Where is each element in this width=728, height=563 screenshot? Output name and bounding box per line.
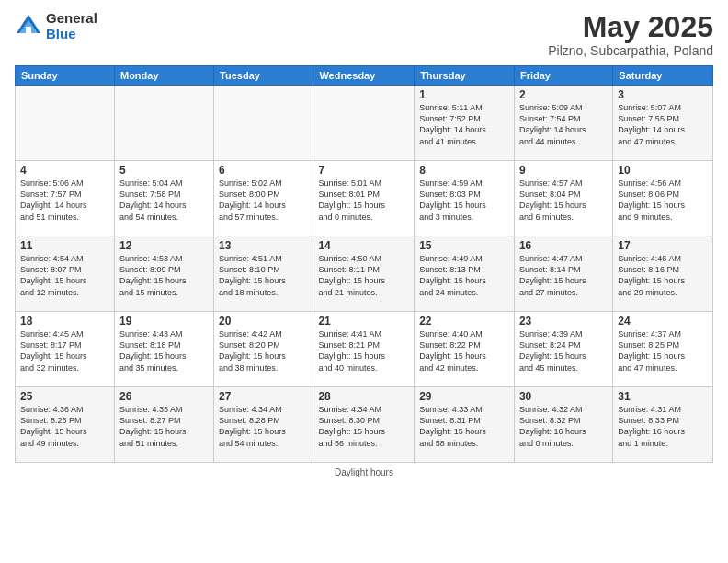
day-cell: 20Sunrise: 4:42 AM Sunset: 8:20 PM Dayli…	[214, 312, 313, 387]
day-number: 8	[419, 164, 509, 177]
day-info: Sunrise: 5:07 AM Sunset: 7:55 PM Dayligh…	[618, 102, 708, 147]
day-number: 1	[419, 88, 509, 101]
day-cell: 15Sunrise: 4:49 AM Sunset: 8:13 PM Dayli…	[415, 236, 515, 312]
day-number: 3	[618, 88, 708, 101]
day-cell	[16, 86, 115, 161]
col-tuesday: Tuesday	[214, 66, 313, 86]
day-cell: 1Sunrise: 5:11 AM Sunset: 7:52 PM Daylig…	[415, 86, 515, 161]
day-info: Sunrise: 4:54 AM Sunset: 8:07 PM Dayligh…	[20, 253, 109, 298]
day-number: 31	[618, 390, 708, 403]
calendar-header-row: Sunday Monday Tuesday Wednesday Thursday…	[16, 66, 713, 86]
day-number: 10	[618, 164, 708, 177]
day-number: 7	[318, 164, 409, 177]
day-cell: 23Sunrise: 4:39 AM Sunset: 8:24 PM Dayli…	[514, 312, 612, 387]
day-info: Sunrise: 4:56 AM Sunset: 8:06 PM Dayligh…	[618, 178, 708, 223]
day-info: Sunrise: 4:33 AM Sunset: 8:31 PM Dayligh…	[419, 404, 509, 449]
day-number: 12	[119, 239, 209, 252]
day-cell: 31Sunrise: 4:31 AM Sunset: 8:33 PM Dayli…	[613, 387, 713, 463]
day-number: 24	[618, 315, 708, 327]
day-cell: 25Sunrise: 4:36 AM Sunset: 8:26 PM Dayli…	[16, 387, 115, 463]
day-info: Sunrise: 4:40 AM Sunset: 8:22 PM Dayligh…	[419, 328, 509, 373]
day-cell: 27Sunrise: 4:34 AM Sunset: 8:28 PM Dayli…	[214, 387, 313, 463]
day-info: Sunrise: 4:42 AM Sunset: 8:20 PM Dayligh…	[219, 328, 308, 373]
day-number: 2	[519, 88, 608, 101]
day-cell: 24Sunrise: 4:37 AM Sunset: 8:25 PM Dayli…	[613, 312, 713, 387]
day-number: 25	[20, 390, 109, 403]
day-info: Sunrise: 5:11 AM Sunset: 7:52 PM Dayligh…	[419, 102, 509, 147]
day-cell: 30Sunrise: 4:32 AM Sunset: 8:32 PM Dayli…	[514, 387, 612, 463]
logo-blue-text: Blue	[46, 27, 97, 42]
title-month: May 2025	[548, 11, 713, 43]
day-cell: 6Sunrise: 5:02 AM Sunset: 8:00 PM Daylig…	[214, 161, 313, 236]
day-info: Sunrise: 4:32 AM Sunset: 8:32 PM Dayligh…	[519, 404, 608, 449]
day-cell: 9Sunrise: 4:57 AM Sunset: 8:04 PM Daylig…	[514, 161, 612, 236]
week-row-5: 25Sunrise: 4:36 AM Sunset: 8:26 PM Dayli…	[16, 387, 713, 463]
day-info: Sunrise: 5:04 AM Sunset: 7:58 PM Dayligh…	[119, 178, 209, 223]
day-info: Sunrise: 5:01 AM Sunset: 8:01 PM Dayligh…	[318, 178, 409, 223]
day-cell: 5Sunrise: 5:04 AM Sunset: 7:58 PM Daylig…	[114, 161, 213, 236]
day-cell: 10Sunrise: 4:56 AM Sunset: 8:06 PM Dayli…	[613, 161, 713, 236]
day-cell: 19Sunrise: 4:43 AM Sunset: 8:18 PM Dayli…	[114, 312, 213, 387]
day-info: Sunrise: 4:53 AM Sunset: 8:09 PM Dayligh…	[119, 253, 209, 298]
day-cell	[114, 86, 213, 161]
week-row-3: 11Sunrise: 4:54 AM Sunset: 8:07 PM Dayli…	[16, 236, 713, 312]
page: General Blue May 2025 Pilzno, Subcarpath…	[0, 0, 728, 563]
day-info: Sunrise: 5:02 AM Sunset: 8:00 PM Dayligh…	[219, 178, 308, 223]
day-cell: 18Sunrise: 4:45 AM Sunset: 8:17 PM Dayli…	[16, 312, 115, 387]
col-friday: Friday	[514, 66, 612, 86]
week-row-4: 18Sunrise: 4:45 AM Sunset: 8:17 PM Dayli…	[16, 312, 713, 387]
day-number: 29	[419, 390, 509, 403]
day-info: Sunrise: 4:34 AM Sunset: 8:30 PM Dayligh…	[318, 404, 409, 449]
day-cell: 12Sunrise: 4:53 AM Sunset: 8:09 PM Dayli…	[114, 236, 213, 312]
day-number: 15	[419, 239, 509, 252]
day-info: Sunrise: 4:31 AM Sunset: 8:33 PM Dayligh…	[618, 404, 708, 449]
day-cell: 26Sunrise: 4:35 AM Sunset: 8:27 PM Dayli…	[114, 387, 213, 463]
day-number: 16	[519, 239, 608, 252]
day-info: Sunrise: 4:59 AM Sunset: 8:03 PM Dayligh…	[419, 178, 509, 223]
day-number: 28	[318, 390, 409, 403]
day-number: 18	[20, 315, 109, 327]
day-info: Sunrise: 4:34 AM Sunset: 8:28 PM Dayligh…	[219, 404, 308, 449]
day-info: Sunrise: 4:46 AM Sunset: 8:16 PM Dayligh…	[618, 253, 708, 298]
day-number: 30	[519, 390, 608, 403]
day-number: 27	[219, 390, 308, 403]
day-cell: 3Sunrise: 5:07 AM Sunset: 7:55 PM Daylig…	[613, 86, 713, 161]
day-cell: 21Sunrise: 4:41 AM Sunset: 8:21 PM Dayli…	[313, 312, 415, 387]
week-row-1: 1Sunrise: 5:11 AM Sunset: 7:52 PM Daylig…	[16, 86, 713, 161]
day-info: Sunrise: 4:57 AM Sunset: 8:04 PM Dayligh…	[519, 178, 608, 223]
day-cell: 7Sunrise: 5:01 AM Sunset: 8:01 PM Daylig…	[313, 161, 415, 236]
day-info: Sunrise: 4:43 AM Sunset: 8:18 PM Dayligh…	[119, 328, 209, 373]
day-info: Sunrise: 4:37 AM Sunset: 8:25 PM Dayligh…	[618, 328, 708, 373]
day-number: 6	[219, 164, 308, 177]
day-cell: 22Sunrise: 4:40 AM Sunset: 8:22 PM Dayli…	[415, 312, 515, 387]
day-info: Sunrise: 4:39 AM Sunset: 8:24 PM Dayligh…	[519, 328, 608, 373]
day-cell: 29Sunrise: 4:33 AM Sunset: 8:31 PM Dayli…	[415, 387, 515, 463]
day-info: Sunrise: 4:50 AM Sunset: 8:11 PM Dayligh…	[318, 253, 409, 298]
day-number: 17	[618, 239, 708, 252]
day-cell: 4Sunrise: 5:06 AM Sunset: 7:57 PM Daylig…	[16, 161, 115, 236]
svg-rect-2	[26, 27, 31, 33]
day-info: Sunrise: 4:41 AM Sunset: 8:21 PM Dayligh…	[318, 328, 409, 373]
day-number: 4	[20, 164, 109, 177]
header: General Blue May 2025 Pilzno, Subcarpath…	[15, 11, 713, 58]
day-cell	[313, 86, 415, 161]
day-cell	[214, 86, 313, 161]
col-sunday: Sunday	[16, 66, 115, 86]
day-number: 14	[318, 239, 409, 252]
day-cell: 28Sunrise: 4:34 AM Sunset: 8:30 PM Dayli…	[313, 387, 415, 463]
week-row-2: 4Sunrise: 5:06 AM Sunset: 7:57 PM Daylig…	[16, 161, 713, 236]
col-wednesday: Wednesday	[313, 66, 415, 86]
day-cell: 8Sunrise: 4:59 AM Sunset: 8:03 PM Daylig…	[415, 161, 515, 236]
logo-text: General Blue	[46, 11, 97, 41]
day-info: Sunrise: 4:47 AM Sunset: 8:14 PM Dayligh…	[519, 253, 608, 298]
day-number: 20	[219, 315, 308, 327]
day-number: 5	[119, 164, 209, 177]
day-info: Sunrise: 4:35 AM Sunset: 8:27 PM Dayligh…	[119, 404, 209, 449]
logo-general-text: General	[46, 11, 97, 27]
col-monday: Monday	[114, 66, 213, 86]
logo-icon	[15, 13, 42, 40]
day-number: 23	[519, 315, 608, 327]
day-number: 26	[119, 390, 209, 403]
logo: General Blue	[15, 11, 97, 41]
day-number: 21	[318, 315, 409, 327]
